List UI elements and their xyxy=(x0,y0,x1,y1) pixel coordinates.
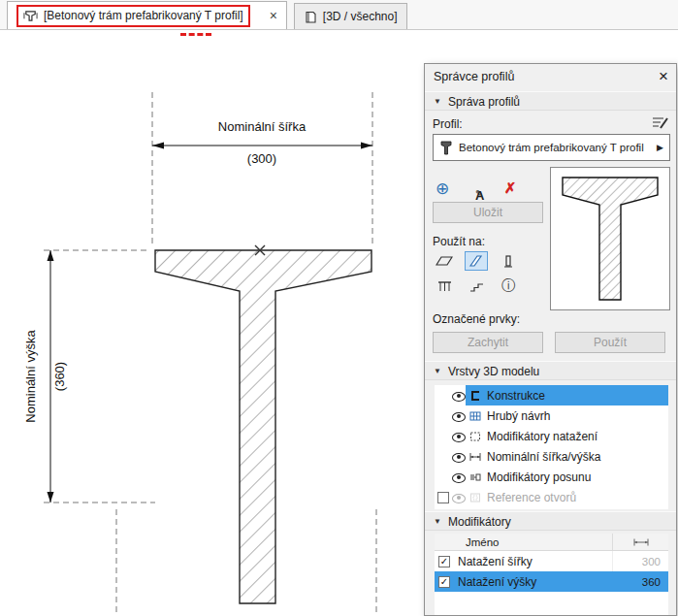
delete-x-icon: ✗ xyxy=(504,179,517,197)
layer-label: Modifikátory natažení xyxy=(487,430,597,443)
rough-draft-layer-icon xyxy=(468,409,482,423)
layer-label: Reference otvorů xyxy=(487,491,576,504)
nominal-size-layer-icon xyxy=(468,450,482,464)
tab-profile-editor[interactable]: [Betonový trám prefabrikovaný T profil] … xyxy=(7,1,287,29)
height-dim-label: Nominální výška xyxy=(23,330,38,423)
profile-field-label: Profil: xyxy=(433,117,463,131)
modifier-row-natazeni-sirky[interactable]: ✓ Natažení šířky 300 xyxy=(435,551,668,571)
app-window: { "tabs": { "tab1": { "label": "[Betonov… xyxy=(0,0,678,616)
layer-label: Nominální šířka/výška xyxy=(487,450,600,464)
t-profile-tab-icon xyxy=(23,9,38,23)
tab-close-icon[interactable]: × xyxy=(270,8,277,23)
section-label: Správa profilů xyxy=(448,95,520,109)
slab-icon[interactable] xyxy=(433,251,456,271)
layer-label: Konstrukce xyxy=(487,389,545,403)
section-header-profiles[interactable]: ▼ Správa profilů xyxy=(425,91,676,111)
chevron-down-icon: ▼ xyxy=(434,97,441,106)
modifiers-name-header: Jméno xyxy=(435,536,612,548)
save-button-label: Uložit xyxy=(473,206,502,219)
height-dim-value: (360) xyxy=(52,362,67,391)
modifier-checkbox[interactable]: ✓ xyxy=(438,576,450,588)
t-profile-icon xyxy=(439,140,453,156)
chevron-down-icon: ▼ xyxy=(434,517,441,526)
profile-manager-panel: Správce profilů × ▼ Správa profilů Profi… xyxy=(424,63,677,616)
panel-title-bar[interactable]: Správce profilů × xyxy=(425,64,676,89)
visibility-eye-icon[interactable] xyxy=(451,470,466,484)
construction-lines xyxy=(44,92,376,612)
new-profile-button[interactable]: ⊕ xyxy=(431,178,454,198)
layer-row-konstrukce[interactable]: Konstrukce xyxy=(435,385,668,405)
info-icon[interactable]: ⓘ xyxy=(497,276,520,296)
tab-bar: [Betonový trám prefabrikovaný T profil] … xyxy=(0,0,678,30)
chevron-down-icon: ▼ xyxy=(434,367,441,375)
modifier-row-natazeni-vysky[interactable]: ✓ Natažení výšky 360 xyxy=(435,571,668,592)
layer-row-nominalni-sirka-vyska[interactable]: Nominální šířka/výška xyxy=(435,446,668,467)
modifier-value[interactable]: 300 xyxy=(612,551,668,571)
layer-row-reference-otvoru[interactable]: Reference otvorů xyxy=(435,487,668,507)
height-dimension[interactable]: Nominální výška (360) xyxy=(23,250,67,503)
layers-list: Konstrukce Hrubý návrh xyxy=(435,385,668,509)
width-dim-value: (300) xyxy=(247,151,276,166)
stair-icon[interactable] xyxy=(465,276,488,296)
profile-dropdown[interactable]: Betonový trám prefabrikovaný T profil ▶ xyxy=(433,134,670,161)
layer-label: Modifikátory posunu xyxy=(487,470,591,484)
panel-close-icon[interactable]: × xyxy=(659,67,668,86)
section-header-modifiers[interactable]: ▼ Modifikátory xyxy=(425,511,676,531)
layer-checkbox[interactable] xyxy=(437,492,449,503)
layer-row-hruby-navrh[interactable]: Hrubý návrh xyxy=(435,405,668,426)
column-icon[interactable] xyxy=(497,251,520,271)
layer-row-modifikatory-natazeni[interactable]: Modifikátory natažení xyxy=(435,426,668,446)
apply-button-label: Použít xyxy=(594,336,627,349)
width-dim-label: Nominální šířka xyxy=(218,119,307,134)
wall-icon[interactable] xyxy=(465,251,488,271)
width-dimension[interactable]: Nominální šířka (300) xyxy=(152,119,372,166)
tab-3d-all[interactable]: [3D / všechno] xyxy=(294,3,407,29)
section-header-layers[interactable]: ▼ Vrstvy 3D modelu xyxy=(425,361,676,380)
section-label: Modifikátory xyxy=(448,515,511,529)
modifier-checkbox[interactable]: ✓ xyxy=(438,556,450,567)
panel-title: Správce profilů xyxy=(434,70,514,83)
drawing-canvas[interactable]: Nominální šířka (300) Nominální výška (3… xyxy=(0,30,424,616)
offset-modifiers-layer-icon xyxy=(468,470,482,484)
visibility-eye-icon[interactable] xyxy=(451,388,466,403)
delete-profile-button[interactable]: ✗ xyxy=(499,178,522,198)
apply-to-tools-row1 xyxy=(433,251,520,271)
opening-reference-layer-icon xyxy=(468,491,482,504)
layer-row-modifikatory-posunu[interactable]: Modifikátory posunu xyxy=(435,467,668,487)
t-profile-section[interactable] xyxy=(155,250,371,603)
layer-label: Hrubý návrh xyxy=(487,409,550,423)
save-button[interactable]: Uložit xyxy=(433,202,543,223)
apply-to-label: Použít na: xyxy=(433,235,485,248)
tab-label: [3D / všechno] xyxy=(323,10,398,23)
view-3d-tab-icon xyxy=(304,10,317,24)
profile-preview xyxy=(550,167,670,310)
capture-button[interactable]: Zachytit xyxy=(433,332,543,353)
profile-settings-icon[interactable] xyxy=(648,113,671,132)
plus-circle-icon: ⊕ xyxy=(436,178,449,199)
width-dimension-icon xyxy=(631,537,651,547)
chevron-right-icon: ▶ xyxy=(657,143,663,152)
railing-icon[interactable] xyxy=(433,276,456,296)
construction-layer-icon xyxy=(468,389,482,403)
selected-elements-label: Označené prvky: xyxy=(433,312,520,326)
capture-button-label: Zachytit xyxy=(468,336,508,349)
modifiers-table-header: Jméno xyxy=(435,534,668,551)
modifier-label: Natažení výšky xyxy=(450,575,612,589)
visibility-eye-icon[interactable] xyxy=(451,490,466,504)
annotation-highlight-box: [Betonový trám prefabrikovaný T profil] xyxy=(16,5,250,27)
profile-dropdown-label: Betonový trám prefabrikovaný T profil xyxy=(459,142,651,153)
modifiers-value-header xyxy=(612,534,668,550)
modifier-label: Natažení šířky xyxy=(450,555,612,568)
apply-to-tools-row2: ⓘ xyxy=(433,276,520,296)
rename-profile-button[interactable]: A✎ xyxy=(464,178,487,198)
visibility-eye-icon[interactable] xyxy=(451,449,466,464)
visibility-eye-icon[interactable] xyxy=(451,408,466,423)
modifier-value[interactable]: 360 xyxy=(612,571,668,592)
tab-label: [Betonový trám prefabrikovaný T profil] xyxy=(44,9,243,22)
visibility-eye-icon[interactable] xyxy=(451,429,466,443)
modifiers-table: Jméno ✓ Natažení šířky 300 ✓ Natažení vý… xyxy=(435,534,668,615)
stretch-modifiers-layer-icon xyxy=(468,430,482,443)
section-label: Vrstvy 3D modelu xyxy=(448,365,539,378)
apply-button[interactable]: Použít xyxy=(555,332,665,353)
